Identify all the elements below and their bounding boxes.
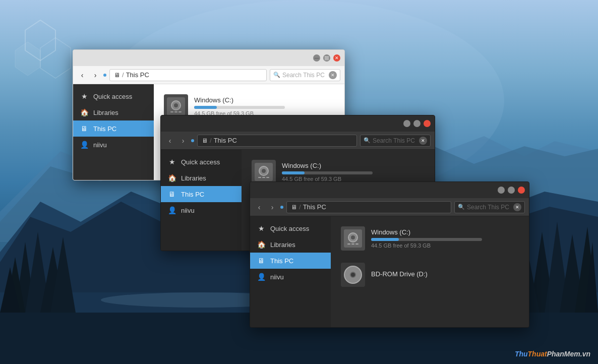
- nav-dot-1: [103, 74, 106, 77]
- libraries-icon-1: 🏠: [80, 108, 88, 116]
- user-icon-1: 👤: [80, 141, 88, 149]
- sidebar-item-niivu-3[interactable]: 👤 niivu: [250, 269, 331, 285]
- sidebar-item-libraries-3[interactable]: 🏠 Libraries: [250, 236, 331, 253]
- file-area-3: Windows (C:) 44.5 GB free of 59.3 GB BD-…: [331, 216, 529, 328]
- drive-info-c-2: Windows (C:) 44.5 GB free of 59.3 GB: [282, 162, 425, 182]
- drive-item-c-3[interactable]: Windows (C:) 44.5 GB free of 59.3 GB: [337, 222, 523, 255]
- drive-name-c-1: Windows (C:): [194, 96, 334, 104]
- path-box-2[interactable]: 🖥 / This PC: [197, 135, 357, 147]
- path-separator-3: /: [299, 203, 301, 211]
- sidebar-item-thispc-3[interactable]: 🖥 This PC: [250, 253, 331, 269]
- drive-bar-fill-c-2: [282, 171, 305, 174]
- path-separator-2: /: [210, 137, 212, 144]
- sidebar-item-thispc-1[interactable]: 🖥 This PC: [73, 120, 154, 137]
- path-box-1[interactable]: 🖥 / This PC: [109, 69, 267, 81]
- sidebar-label-niivu-3: niivu: [270, 273, 284, 281]
- sidebar-item-niivu-2[interactable]: 👤 niivu: [161, 202, 242, 218]
- search-label-2: Search This PC: [373, 137, 417, 144]
- path-pc-icon-2: 🖥: [202, 137, 208, 144]
- path-pc-icon-3: 🖥: [291, 204, 297, 211]
- path-box-3[interactable]: 🖥 / This PC: [286, 201, 451, 213]
- minimize-button-2[interactable]: [403, 120, 410, 127]
- forward-button-2[interactable]: ›: [178, 136, 188, 146]
- forward-button-1[interactable]: ›: [90, 70, 100, 80]
- star-icon-3: ★: [257, 224, 265, 232]
- search-clear-1[interactable]: ✕: [329, 71, 337, 79]
- restore-button-3[interactable]: [508, 187, 515, 194]
- drive-icon-d-3: [341, 263, 365, 287]
- forward-button-3[interactable]: ›: [267, 202, 277, 212]
- thispc-icon-2: 🖥: [168, 190, 176, 198]
- sidebar-item-niivu-1[interactable]: 👤 niivu: [73, 137, 154, 153]
- restore-button-2[interactable]: [413, 120, 421, 127]
- sidebar-item-thispc-2[interactable]: 🖥 This PC: [161, 186, 242, 202]
- sidebar-item-quickaccess-1[interactable]: ★ Quick access: [73, 88, 154, 104]
- drive-name-c-3: Windows (C:): [371, 228, 519, 236]
- close-button-1[interactable]: ✕: [333, 54, 340, 62]
- close-button-3[interactable]: [518, 187, 525, 194]
- drive-info-c-1: Windows (C:) 44.5 GB free of 59.3 GB: [194, 96, 334, 116]
- search-icon-1: 🔍: [273, 72, 280, 78]
- sidebar-label-quickaccess-1: Quick access: [93, 93, 132, 100]
- libraries-icon-3: 🏠: [257, 240, 265, 249]
- sidebar-item-quickaccess-3[interactable]: ★ Quick access: [250, 220, 331, 236]
- sidebar-item-libraries-2[interactable]: 🏠 Libraries: [161, 170, 242, 186]
- libraries-icon-2: 🏠: [168, 174, 176, 182]
- addressbar-2: ‹ › 🖥 / This PC 🔍 Search This PC ✕: [161, 132, 435, 150]
- search-clear-2[interactable]: ✕: [419, 137, 427, 145]
- watermark-thuat: Thuat: [528, 350, 547, 358]
- drive-item-d-3[interactable]: BD-ROM Drive (D:): [337, 259, 523, 291]
- path-text-3: This PC: [303, 203, 326, 211]
- drive-bar-bg-c-2: [282, 171, 373, 174]
- back-button-2[interactable]: ‹: [165, 136, 175, 146]
- back-button-1[interactable]: ‹: [77, 70, 87, 80]
- sidebar-label-libraries-3: Libraries: [270, 241, 295, 249]
- content-3: ★ Quick access 🏠 Libraries 🖥 This PC 👤 n…: [250, 216, 529, 328]
- svg-marker-23: [15, 42, 40, 76]
- path-separator-1: /: [122, 71, 124, 79]
- drive-bar-fill-c-3: [371, 238, 399, 241]
- watermark-dot: .vn: [580, 350, 590, 358]
- restore-button-1[interactable]: ⬜: [323, 54, 330, 62]
- watermark: ThuThuatPhanMem.vn: [515, 350, 590, 358]
- drive-icon-c-2: [252, 160, 276, 184]
- search-icon-2: 🔍: [364, 137, 371, 144]
- close-button-2[interactable]: [424, 120, 431, 127]
- sidebar-2: ★ Quick access 🏠 Libraries 🖥 This PC 👤 n…: [161, 150, 242, 251]
- sidebar-label-libraries-2: Libraries: [181, 174, 206, 182]
- sidebar-label-thispc-3: This PC: [270, 257, 293, 265]
- sidebar-label-niivu-1: niivu: [93, 141, 107, 149]
- addressbar-1: ‹ › 🖥 / This PC 🔍 Search This PC ✕: [73, 66, 344, 84]
- sidebar-item-libraries-1[interactable]: 🏠 Libraries: [73, 104, 154, 120]
- sidebar-label-quickaccess-2: Quick access: [181, 158, 220, 166]
- back-button-3[interactable]: ‹: [254, 202, 264, 212]
- path-text-1: This PC: [126, 71, 149, 79]
- sidebar-label-thispc-2: This PC: [181, 191, 204, 198]
- drive-bar-bg-c-1: [194, 106, 285, 109]
- user-icon-2: 👤: [168, 206, 176, 214]
- search-box-1[interactable]: 🔍 Search This PC ✕: [270, 69, 340, 81]
- drive-space-c-3: 44.5 GB free of 59.3 GB: [371, 242, 519, 249]
- watermark-thu: Thu: [515, 350, 528, 358]
- search-label-1: Search This PC: [282, 72, 327, 79]
- titlebar-1: — ⬜ ✕: [73, 50, 344, 66]
- star-icon-1: ★: [80, 92, 88, 100]
- sidebar-label-thispc-1: This PC: [93, 125, 116, 133]
- sidebar-label-quickaccess-3: Quick access: [270, 225, 309, 232]
- window-3: ‹ › 🖥 / This PC 🔍 Search This PC ✕ ★ Qui…: [250, 181, 529, 328]
- titlebar-2: [161, 115, 435, 132]
- search-icon-3: 🔍: [458, 204, 465, 210]
- sidebar-label-niivu-2: niivu: [181, 207, 195, 214]
- drive-bar-fill-c-1: [194, 106, 217, 109]
- drive-info-d-3: BD-ROM Drive (D:): [371, 270, 519, 280]
- minimize-button-3[interactable]: [498, 187, 505, 194]
- minimize-button-1[interactable]: —: [313, 54, 320, 62]
- search-clear-3[interactable]: ✕: [513, 203, 521, 211]
- sidebar-label-libraries-1: Libraries: [93, 109, 118, 116]
- user-icon-3: 👤: [257, 273, 265, 281]
- path-pc-icon-1: 🖥: [114, 72, 120, 79]
- sidebar-item-quickaccess-2[interactable]: ★ Quick access: [161, 154, 242, 170]
- search-box-2[interactable]: 🔍 Search This PC ✕: [360, 135, 431, 147]
- search-box-3[interactable]: 🔍 Search This PC ✕: [454, 201, 525, 213]
- thispc-icon-1: 🖥: [80, 125, 88, 133]
